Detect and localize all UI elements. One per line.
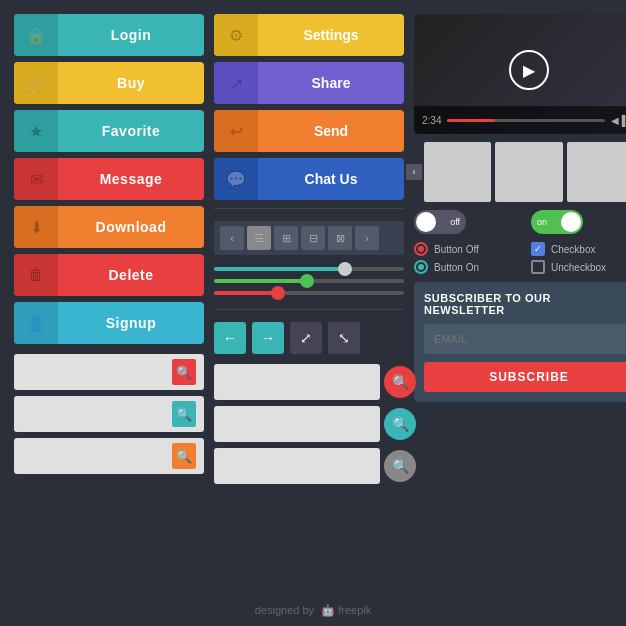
search-bar2-1: 🔍 — [214, 364, 404, 400]
search-button-2[interactable]: 🔍 — [172, 401, 196, 427]
list-view-btn[interactable]: ☰ — [247, 226, 271, 250]
search-bar2-3: 🔍 — [214, 448, 404, 484]
video-play-button[interactable]: ▶ — [509, 50, 549, 90]
chatus-button[interactable]: 💬 Chat Us — [214, 158, 404, 200]
search-input2-3[interactable] — [222, 459, 372, 473]
delete-button[interactable]: 🗑 Delete — [14, 254, 204, 296]
search-button-1[interactable]: 🔍 — [172, 359, 196, 385]
tile-view-btn[interactable]: ⊟ — [301, 226, 325, 250]
slider-track-1[interactable] — [214, 267, 404, 271]
toggle-on-knob — [561, 212, 581, 232]
slider-track-3[interactable] — [214, 291, 404, 295]
radio-on-item[interactable]: Button On — [414, 260, 527, 274]
radio-off-label: Button Off — [434, 244, 479, 255]
signup-label: Signup — [58, 315, 204, 331]
checkbox-label-1: Checkbox — [551, 244, 595, 255]
card-view-btn[interactable]: ⊠ — [328, 226, 352, 250]
search-btn2-3[interactable]: 🔍 — [384, 450, 416, 482]
search-bars-col2: 🔍 🔍 🔍 — [214, 364, 404, 484]
slider-row-1 — [214, 267, 404, 271]
newsletter-email-input[interactable] — [424, 324, 626, 354]
search-input2-1[interactable] — [222, 375, 372, 389]
lock-icon: 🔒 — [14, 14, 58, 56]
divider2 — [214, 309, 404, 310]
prev-page-btn[interactable]: ‹ — [220, 226, 244, 250]
compress-btn[interactable]: ⤡ — [328, 322, 360, 354]
settings-button[interactable]: ⚙ Settings — [214, 14, 404, 56]
delete-label: Delete — [58, 267, 204, 283]
slider-row-2 — [214, 279, 404, 283]
search-input2-2[interactable] — [222, 417, 372, 431]
grid-image-1 — [424, 142, 491, 202]
video-progress-bar[interactable] — [447, 119, 605, 122]
search-bar-3[interactable]: 🔍 — [14, 438, 204, 474]
settings-label: Settings — [258, 27, 404, 43]
toggle-on-switch[interactable]: on — [531, 210, 583, 234]
buy-label: Buy — [58, 75, 204, 91]
arrow-right-btn[interactable]: → — [252, 322, 284, 354]
grid-prev-btn[interactable]: ‹ — [406, 164, 422, 180]
search-bar-1[interactable]: 🔍 — [14, 354, 204, 390]
radio-off-circle[interactable] — [414, 242, 428, 256]
toggle-off-switch[interactable]: off — [414, 210, 466, 234]
divider — [214, 208, 404, 209]
radio-on-label: Button On — [434, 262, 479, 273]
user-icon: 👤 — [14, 302, 58, 344]
radio-on-circle[interactable] — [414, 260, 428, 274]
next-page-btn[interactable]: › — [355, 226, 379, 250]
toggle-on-item: on — [531, 210, 626, 234]
search-bar2-2: 🔍 — [214, 406, 404, 442]
search-btn2-2[interactable]: 🔍 — [384, 408, 416, 440]
star-icon: ★ — [14, 110, 58, 152]
footer-text: designed by — [255, 604, 314, 616]
arrow-left-btn[interactable]: ← — [214, 322, 246, 354]
search-input-1[interactable] — [22, 365, 172, 379]
buy-button[interactable]: 🛒 Buy — [14, 62, 204, 104]
newsletter-title: SUBSCRIBER TO OUR NEWSLETTER — [424, 292, 626, 316]
share-button[interactable]: ↗ Share — [214, 62, 404, 104]
favorite-button[interactable]: ★ Favorite — [14, 110, 204, 152]
toggle-off-item: off — [414, 210, 527, 234]
search-input-3[interactable] — [22, 449, 172, 463]
checkbox-item-1[interactable]: Checkbox — [531, 242, 626, 256]
settings-icon: ⚙ — [214, 14, 258, 56]
image-grid — [424, 142, 626, 202]
search-input-2[interactable] — [22, 407, 172, 421]
login-label: Login — [58, 27, 204, 43]
video-time: 2:34 — [422, 115, 441, 126]
send-button[interactable]: ↩ Send — [214, 110, 404, 152]
checkbox-1[interactable] — [531, 242, 545, 256]
search-bar-2[interactable]: 🔍 — [14, 396, 204, 432]
grid-image-3 — [567, 142, 626, 202]
video-progress-fill — [447, 119, 494, 122]
login-button[interactable]: 🔒 Login — [14, 14, 204, 56]
slider-thumb-3[interactable] — [271, 286, 285, 300]
message-button[interactable]: ✉ Message — [14, 158, 204, 200]
download-button[interactable]: ⬇ Download — [14, 206, 204, 248]
search-bars-col1: 🔍 🔍 🔍 — [14, 354, 204, 474]
checkbox-2[interactable] — [531, 260, 545, 274]
share-label: Share — [258, 75, 404, 91]
image-grid-container: ‹ › — [414, 142, 626, 202]
slider-thumb-2[interactable] — [300, 274, 314, 288]
checkbox-section: Checkbox Uncheckbox — [531, 242, 626, 274]
grid-view-btn[interactable]: ⊞ — [274, 226, 298, 250]
trash-icon: 🗑 — [14, 254, 58, 296]
slider-thumb-1[interactable] — [338, 262, 352, 276]
grid-image-2 — [495, 142, 562, 202]
arrow-row: ← → ⤢ ⤡ — [214, 322, 404, 354]
email-icon: ✉ — [14, 158, 58, 200]
share-icon: ↗ — [214, 62, 258, 104]
newsletter-section: SUBSCRIBER TO OUR NEWSLETTER SUBSCRIBE — [414, 282, 626, 402]
search-btn2-1[interactable]: 🔍 — [384, 366, 416, 398]
expand-btn[interactable]: ⤢ — [290, 322, 322, 354]
pagination-row: ‹ ☰ ⊞ ⊟ ⊠ › — [214, 221, 404, 255]
search-button-3[interactable]: 🔍 — [172, 443, 196, 469]
checkbox-item-2[interactable]: Uncheckbox — [531, 260, 626, 274]
slider-track-2[interactable] — [214, 279, 404, 283]
favorite-label: Favorite — [58, 123, 204, 139]
newsletter-subscribe-button[interactable]: SUBSCRIBE — [424, 362, 626, 392]
radio-section: Button Off Button On — [414, 242, 527, 274]
radio-off-item[interactable]: Button Off — [414, 242, 527, 256]
signup-button[interactable]: 👤 Signup — [14, 302, 204, 344]
